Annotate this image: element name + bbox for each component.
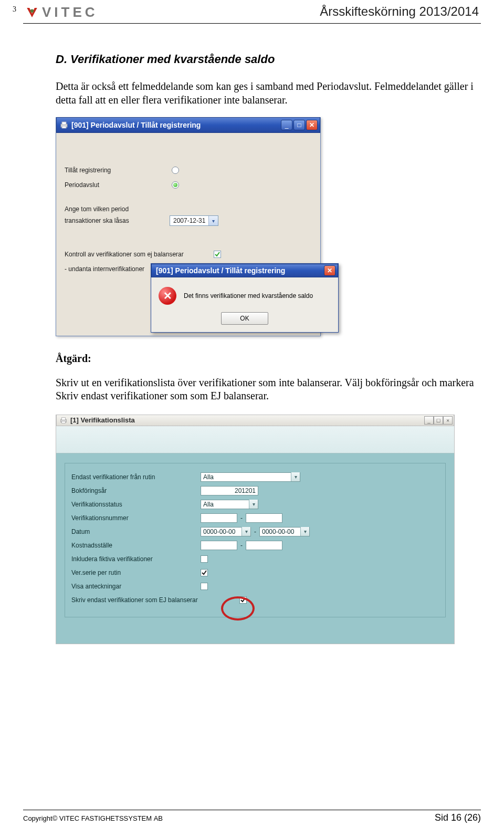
checkbox-include-fictive[interactable] xyxy=(201,555,208,563)
window-controls: _ □ ✕ xyxy=(281,120,318,130)
svg-rect-6 xyxy=(62,421,66,423)
radio-allow-reg[interactable] xyxy=(172,167,179,174)
header-rule xyxy=(23,23,481,24)
input-ver-from[interactable] xyxy=(201,513,237,523)
minimize-button[interactable]: _ xyxy=(281,120,292,130)
dash: - xyxy=(237,542,246,549)
footer-rule xyxy=(23,810,481,810)
label-routine: Endast verifikationer från rutin xyxy=(71,473,201,481)
window-periodavslut: [901] Periodavslut / Tillåt registrering… xyxy=(56,117,321,336)
label-fiscal-year: Bokföringsår xyxy=(71,487,201,494)
select-date-from[interactable]: 0000-00-00 ▾ xyxy=(201,527,251,536)
chevron-down-icon: ▾ xyxy=(300,527,309,536)
chevron-down-icon: ▾ xyxy=(291,472,300,481)
error-modal: [901] Periodavslut / Tillåt registrering… xyxy=(151,263,339,333)
input-cost-to[interactable] xyxy=(246,541,282,550)
label-allow-reg: Tillåt registrering xyxy=(65,167,170,174)
svg-rect-3 xyxy=(62,126,66,128)
checkbox-check-balance[interactable] xyxy=(214,251,221,258)
label-period-close: Periodavslut xyxy=(65,181,170,189)
select-routine-value: Alla xyxy=(203,473,214,481)
label-status: Verifikationsstatus xyxy=(71,501,201,508)
window-titlebar: [901] Periodavslut / Tillåt registrering… xyxy=(56,117,320,133)
printer-icon xyxy=(60,121,68,129)
radio-period-close[interactable] xyxy=(172,181,179,189)
checkbox-show-notes[interactable] xyxy=(201,583,208,590)
paragraph-1: Detta är också ett felmeddelande som kan… xyxy=(56,80,481,107)
select-status-value: Alla xyxy=(203,501,214,508)
input-cost-from[interactable] xyxy=(201,541,237,550)
select-routine[interactable]: Alla ▾ xyxy=(201,472,300,482)
label-include-fictive: Inkludera fiktiva verifikationer xyxy=(71,555,201,563)
window-title: [901] Periodavslut / Tillåt registrering xyxy=(71,121,281,129)
page-header: 3 VITEC Årsskifteskörning 2013/2014 xyxy=(23,2,481,23)
screenshot-2: [1] Verifikationslista _ □ × Endast veri… xyxy=(56,415,481,644)
label-show-notes: Visa anteckningar xyxy=(71,583,201,590)
section-heading: D. Verifikationer med kvarstående saldo xyxy=(56,53,481,66)
vitec-mark-icon xyxy=(25,6,39,19)
win2-maximize-button[interactable]: □ xyxy=(434,416,443,425)
modal-close-button[interactable]: ✕ xyxy=(324,265,335,276)
date-combo-value: 2007-12-31 xyxy=(170,217,208,224)
label-series-per-routine: Ver.serie per rutin xyxy=(71,569,201,576)
window2-fieldset: Endast verifikationer från rutin Alla ▾ … xyxy=(65,463,446,617)
input-fiscal-year[interactable]: 201201 xyxy=(201,486,258,495)
select-date-to[interactable]: 0000-00-00 ▾ xyxy=(259,527,310,536)
modal-message: Det finns verifikationer med kvarstående… xyxy=(184,292,313,299)
window2-toolbar xyxy=(56,426,454,453)
date-to-value: 0000-00-00 xyxy=(262,528,294,535)
win2-minimize-button[interactable]: _ xyxy=(424,416,434,425)
window-verifikationslista: [1] Verifikationslista _ □ × Endast veri… xyxy=(56,415,455,644)
checkbox-series-per-routine[interactable] xyxy=(201,569,208,576)
select-status[interactable]: Alla ▾ xyxy=(201,500,258,509)
chevron-down-icon: ▾ xyxy=(242,527,250,536)
label-date: Datum xyxy=(71,528,201,535)
printer-icon xyxy=(60,417,67,424)
window2-body: Endast verifikationer från rutin Alla ▾ … xyxy=(56,453,454,644)
svg-point-0 xyxy=(30,9,34,13)
label-cost-center: Kostnadsställe xyxy=(71,542,201,549)
brand-logo: VITEC xyxy=(25,4,98,20)
modal-title: [901] Periodavslut / Tillåt registrering xyxy=(152,266,324,275)
chevron-down-icon: ▾ xyxy=(249,500,258,509)
error-icon: ✕ xyxy=(159,287,176,305)
input-ver-to[interactable] xyxy=(246,513,282,523)
paragraph-2: Skriv ut en verifikationslista över veri… xyxy=(56,376,481,403)
body-section: D. Verifikationer med kvarstående saldo … xyxy=(56,53,481,644)
page-footer: Copyright© VITEC FASTIGHETSSYSTEM AB Sid… xyxy=(23,810,481,823)
date-from-value: 0000-00-00 xyxy=(203,528,235,535)
label-only-unbalanced: Skriv endast verifikationer som EJ balan… xyxy=(71,596,239,604)
modal-titlebar: [901] Periodavslut / Tillåt registrering… xyxy=(151,264,338,277)
date-combo[interactable]: 2007-12-31 ▾ xyxy=(170,215,218,226)
window2-title: [1] Verifikationslista xyxy=(70,416,424,424)
close-button[interactable]: ✕ xyxy=(306,120,318,130)
dash: - xyxy=(237,514,246,522)
ok-button[interactable]: OK xyxy=(221,312,268,325)
page-number: Sid 16 (26) xyxy=(435,812,481,823)
label-lock-period-b: transaktioner ska låsas xyxy=(65,217,170,224)
chevron-down-icon: ▾ xyxy=(208,216,218,225)
label-ver-no: Verifikationsnummer xyxy=(71,514,201,522)
page-small-number: 3 xyxy=(13,5,16,14)
action-label: Åtgärd: xyxy=(56,352,481,366)
label-check-balance: Kontroll av verifikationer som ej balans… xyxy=(65,251,212,258)
maximize-button[interactable]: □ xyxy=(293,120,305,130)
brand-text: VITEC xyxy=(42,4,98,20)
copyright: Copyright© VITEC FASTIGHETSSYSTEM AB xyxy=(23,814,163,822)
svg-rect-2 xyxy=(62,122,66,125)
window2-titlebar: [1] Verifikationslista _ □ × xyxy=(56,415,454,426)
doc-title: Årsskifteskörning 2013/2014 xyxy=(320,4,479,19)
checkbox-only-unbalanced[interactable] xyxy=(239,596,247,604)
win2-close-button[interactable]: × xyxy=(443,416,453,425)
label-lock-period-a: Ange tom vilken period xyxy=(65,205,170,213)
dash: - xyxy=(251,528,259,535)
screenshot-1: [901] Periodavslut / Tillåt registrering… xyxy=(56,117,481,336)
svg-rect-5 xyxy=(62,418,66,420)
